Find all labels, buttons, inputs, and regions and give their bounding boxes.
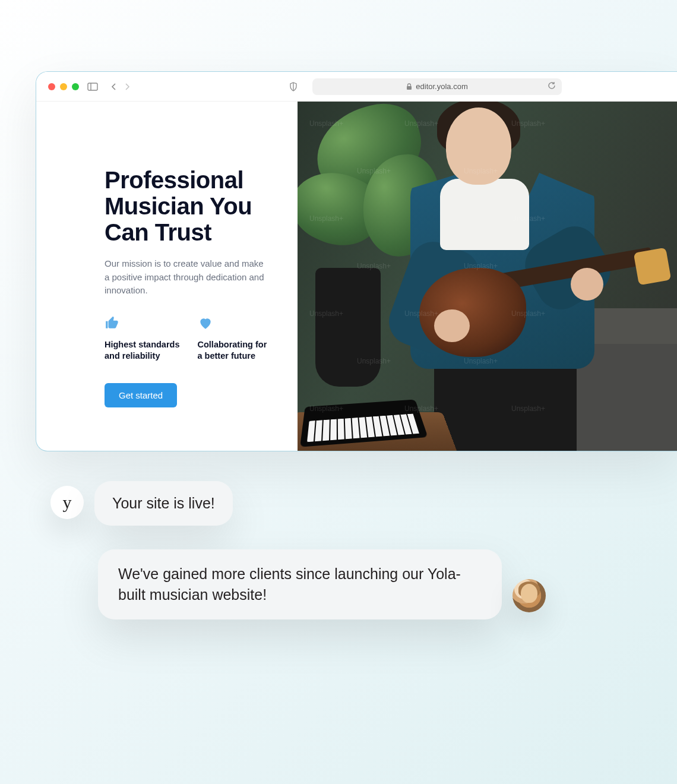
- sidebar-toggle-icon[interactable]: [87, 83, 98, 91]
- svg-rect-0: [88, 83, 97, 90]
- chat-message: y Your site is live!: [50, 481, 641, 526]
- minimize-window-button[interactable]: [60, 83, 67, 90]
- hero-title: Professional Musician You Can Trust: [105, 167, 274, 245]
- url-text: editor.yola.com: [416, 82, 467, 91]
- chat-bubble: Your site is live!: [94, 481, 233, 526]
- hero-section: Professional Musician You Can Trust Our …: [36, 102, 298, 451]
- svg-rect-3: [407, 86, 412, 90]
- browser-titlebar: editor.yola.com: [36, 72, 677, 102]
- avatar-letter: y: [63, 492, 72, 513]
- hero-image: Unsplash+ Unsplash+ Unsplash+ Unsplash+ …: [298, 102, 677, 451]
- heart-icon: [198, 315, 274, 328]
- fullscreen-window-button[interactable]: [72, 83, 79, 90]
- lock-icon: [406, 83, 412, 90]
- chat-bubble: We've gained more clients since launchin…: [98, 549, 502, 619]
- browser-window: editor.yola.com Professional Musician Yo…: [36, 71, 677, 451]
- reload-icon[interactable]: [548, 81, 556, 91]
- address-bar[interactable]: editor.yola.com: [312, 78, 562, 95]
- close-window-button[interactable]: [48, 83, 55, 90]
- window-controls: [48, 83, 79, 90]
- sender-avatar: y: [50, 486, 84, 519]
- hero-subtitle: Our mission is to create value and make …: [105, 257, 265, 298]
- privacy-shield-icon[interactable]: [289, 82, 298, 91]
- back-icon[interactable]: [111, 83, 117, 91]
- get-started-button[interactable]: Get started: [105, 383, 177, 407]
- forward-icon[interactable]: [124, 83, 130, 91]
- watermark-text: Unsplash+: [309, 119, 343, 128]
- chat-area: y Your site is live! We've gained more c…: [50, 481, 641, 643]
- page-body: Professional Musician You Can Trust Our …: [36, 102, 677, 451]
- chat-message: We've gained more clients since launchin…: [98, 549, 641, 619]
- feature-text: Highest standards and reliability: [105, 339, 181, 362]
- feature-list: Highest standards and reliability Collab…: [105, 315, 274, 362]
- feature-item: Collaborating for a better future: [198, 315, 274, 362]
- feature-item: Highest standards and reliability: [105, 315, 181, 362]
- feature-text: Collaborating for a better future: [198, 339, 274, 362]
- thumbs-up-icon: [105, 315, 181, 328]
- user-avatar: [513, 579, 546, 612]
